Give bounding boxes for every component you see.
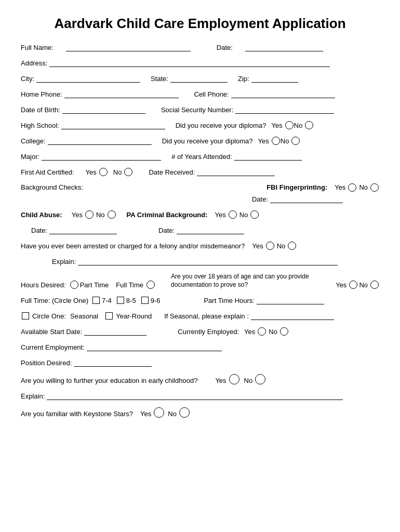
hs-no-label: No — [294, 122, 303, 129]
state-field[interactable] — [170, 74, 228, 83]
explain-label: Explain: — [52, 258, 76, 265]
bg-checks-label: Background Checks: — [21, 183, 83, 191]
pa-no-label: No — [239, 211, 248, 219]
ft1-label: 7-4 — [102, 297, 112, 304]
part-time-label: Part Time — [80, 281, 109, 289]
city-field[interactable] — [36, 74, 140, 83]
zip-field[interactable] — [251, 74, 298, 83]
ft3-checkbox[interactable] — [141, 297, 149, 304]
major-field[interactable] — [42, 152, 161, 161]
hs-yes-label: Yes — [272, 122, 283, 129]
fbi-no-label: No — [359, 183, 368, 191]
ft1-checkbox[interactable] — [92, 297, 100, 304]
fbi-no-radio[interactable] — [370, 183, 379, 192]
explain-field2[interactable] — [47, 392, 343, 400]
address-label: Address: — [21, 59, 47, 67]
college-label: College: — [21, 137, 46, 145]
ca-yes-label: Yes — [72, 211, 83, 219]
felony-no-radio[interactable] — [288, 242, 296, 250]
current-employment-field[interactable] — [87, 343, 222, 351]
year-round-checkbox[interactable] — [105, 312, 113, 320]
zip-label: Zip: — [238, 75, 249, 83]
home-phone-field[interactable] — [64, 90, 179, 98]
over18-yes-radio[interactable] — [349, 281, 357, 289]
ft2-label: 8-5 — [126, 297, 136, 304]
fbi-date-label: Date: — [252, 195, 268, 203]
college-no-radio[interactable] — [291, 137, 300, 145]
keystone-no-radio[interactable] — [179, 407, 190, 418]
circle-one-label: Circle One: — [32, 312, 66, 320]
college-field[interactable] — [48, 137, 152, 145]
part-time-hours-label: Part Time Hours: — [204, 297, 255, 304]
explain-field[interactable] — [78, 257, 338, 265]
years-attended-field[interactable] — [234, 152, 302, 161]
first-aid-yes-radio[interactable] — [99, 168, 108, 176]
ca-yes-radio[interactable] — [85, 210, 94, 219]
city-label: City: — [21, 75, 34, 83]
pa-date-field[interactable] — [177, 226, 244, 234]
ca-date-field[interactable] — [49, 226, 117, 234]
edu-yes-radio[interactable] — [229, 374, 239, 384]
diploma-q2: Did you receive your diploma? — [162, 137, 253, 145]
ssn-field[interactable] — [235, 105, 334, 114]
state-label: State: — [151, 75, 168, 83]
first-aid-label: First Aid Certified: — [21, 168, 74, 176]
explain-label2: Explain: — [21, 392, 45, 400]
avail-start-label: Available Start Date: — [21, 328, 82, 336]
fbi-yes-radio[interactable] — [348, 183, 356, 192]
keystone-question: Are you familiar with Keystone Stars? — [21, 410, 133, 418]
ca-no-label: No — [96, 211, 105, 219]
cell-phone-field[interactable] — [231, 90, 335, 98]
date-field[interactable] — [245, 43, 323, 51]
position-desired-field[interactable] — [74, 358, 152, 367]
fbi-label: FBI Fingerprinting: — [266, 183, 327, 191]
curr-emp-no-radio[interactable] — [280, 327, 288, 336]
keystone-yes-label: Yes — [140, 410, 151, 418]
major-label: Major: — [21, 153, 39, 161]
date-received-field[interactable] — [197, 168, 275, 176]
felony-yes-radio[interactable] — [266, 242, 274, 250]
keystone-no-label: No — [168, 410, 177, 418]
edu-no-radio[interactable] — [255, 374, 265, 384]
part-time-hours-field[interactable] — [257, 296, 324, 304]
curr-emp-yes-radio[interactable] — [258, 327, 266, 336]
edu-yes-label: Yes — [215, 377, 226, 384]
if-seasonal-field[interactable] — [251, 312, 334, 320]
year-round-label: Year-Round — [116, 312, 152, 320]
diploma-q1: Did you receive your diploma? — [176, 122, 266, 129]
date-received-label: Date Received: — [149, 168, 195, 176]
dob-label: Date of Birth: — [21, 106, 60, 114]
keystone-yes-radio[interactable] — [154, 407, 164, 418]
over18-yes-label: Yes — [336, 281, 346, 289]
ft2-checkbox[interactable] — [117, 297, 124, 304]
current-employment-label: Current Employment: — [21, 343, 85, 351]
hs-no-radio[interactable] — [305, 121, 313, 129]
fbi-date-field[interactable] — [270, 195, 343, 203]
date-label: Date: — [217, 44, 233, 51]
first-aid-no-radio[interactable] — [124, 168, 132, 176]
college-yes-radio[interactable] — [272, 137, 280, 145]
ca-date-label: Date: — [31, 227, 47, 234]
ca-no-radio[interactable] — [108, 210, 116, 219]
over18-no-radio[interactable] — [370, 281, 379, 289]
address-field[interactable] — [49, 59, 330, 67]
ft3-label: 9-6 — [151, 297, 161, 304]
high-school-label: High School: — [21, 122, 59, 129]
cell-phone-label: Cell Phone: — [194, 90, 229, 98]
full-time-label: Full Time — [116, 281, 143, 289]
first-aid-no-label: No — [113, 168, 122, 176]
felony-no-label: No — [277, 242, 286, 250]
avail-start-field[interactable] — [84, 327, 146, 336]
hs-yes-radio[interactable] — [285, 121, 294, 129]
home-phone-label: Home Phone: — [21, 90, 62, 98]
high-school-field[interactable] — [61, 121, 165, 129]
dob-field[interactable] — [62, 105, 145, 114]
hours-part-time-radio[interactable] — [70, 281, 78, 289]
felony-yes-label: Yes — [252, 242, 263, 250]
full-name-field[interactable] — [66, 43, 191, 51]
seasonal-checkbox[interactable] — [22, 312, 29, 320]
pa-yes-radio[interactable] — [229, 210, 237, 219]
page-title: Aardvark Child Care Employment Applicati… — [21, 16, 379, 32]
hours-full-time-radio[interactable] — [146, 281, 155, 289]
pa-no-radio[interactable] — [250, 210, 259, 219]
